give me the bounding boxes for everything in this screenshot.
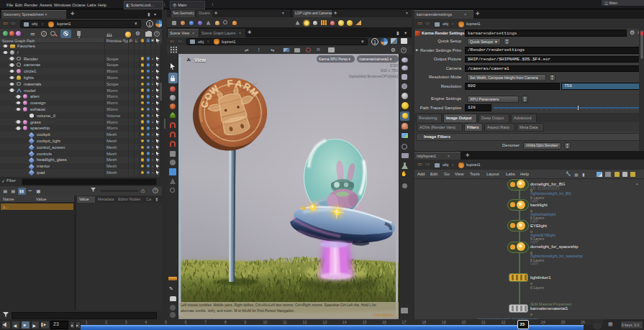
svg-text:F: F <box>227 78 233 89</box>
